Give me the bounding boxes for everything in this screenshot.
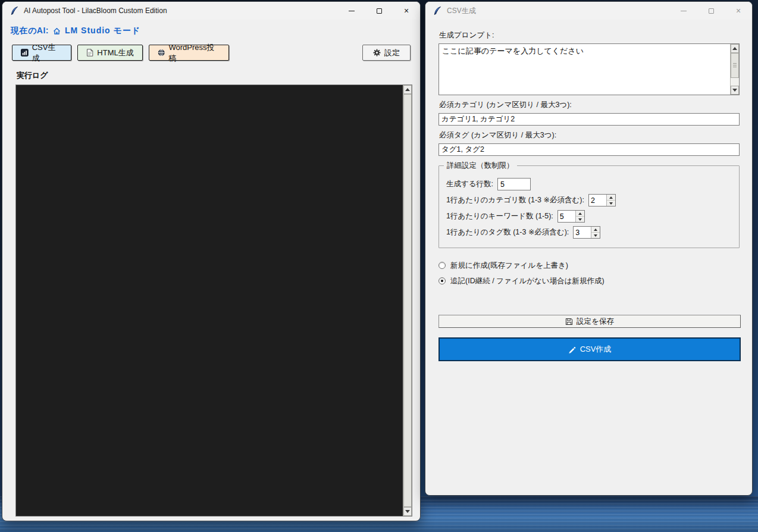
minimize-icon	[681, 11, 687, 11]
main-window: AI Autopost Tool - LilacBloom Custom Edi…	[2, 1, 421, 521]
scroll-down-icon	[405, 510, 410, 513]
csv-caption-buttons: ×	[670, 2, 752, 20]
log-scroll-track[interactable]	[403, 94, 412, 507]
csv-dialog-titlebar[interactable]: CSV生成 ×	[425, 2, 752, 20]
row-count-row: 生成する行数:	[446, 178, 732, 190]
prompt-scroll-up-button[interactable]	[731, 44, 739, 53]
keyword-count-spinner	[557, 210, 585, 223]
current-ai-mode: LM Studio モード	[65, 26, 140, 36]
spin-down-icon	[578, 218, 582, 221]
category-count-spinner	[588, 194, 616, 206]
log-scroll-up-button[interactable]	[403, 85, 412, 94]
tag-count-row: 1行あたりのタグ数 (1-3 ※必須含む):	[446, 226, 732, 239]
close-button[interactable]: ×	[725, 2, 752, 20]
gear-icon	[373, 49, 381, 57]
spin-up-icon	[594, 229, 597, 231]
settings-button[interactable]: 設定	[362, 45, 411, 61]
prompt-textarea[interactable]: ここに記事のテーマを入力してください	[439, 44, 730, 95]
radio-create-new[interactable]: 新規に作成(既存ファイルを上書き)	[438, 258, 740, 273]
execution-log-output[interactable]	[16, 85, 403, 516]
category-count-row: 1行あたりのカテゴリ数 (1-3 ※必須含む):	[446, 194, 732, 206]
globe-icon	[158, 49, 165, 57]
csv-create-label: CSV作成	[580, 344, 612, 355]
spin-down-button[interactable]	[576, 217, 584, 222]
prompt-scroll-thumb[interactable]	[731, 53, 739, 78]
minimize-icon	[349, 11, 355, 11]
spinner-buttons	[575, 211, 584, 222]
scroll-up-icon	[732, 47, 737, 50]
keyword-count-row: 1行あたりのキーワード数 (1-5):	[446, 210, 732, 223]
tag-count-input[interactable]	[574, 227, 591, 238]
radio-circle[interactable]	[438, 262, 446, 269]
csv-dialog-title: CSV生成	[447, 6, 476, 16]
write-mode-options: 新規に作成(既存ファイルを上書き) 追記(ID継続 / ファイルがない場合は新規…	[438, 258, 740, 289]
app-feather-icon	[10, 6, 19, 15]
main-caption-buttons: ×	[338, 2, 420, 20]
maximize-icon	[377, 8, 382, 14]
spin-down-icon	[594, 234, 597, 237]
csv-dialog-window: CSV生成 × 生成プロンプト: ここに記事のテーマを入力してください 必須カ	[425, 1, 753, 496]
log-scroll-down-button[interactable]	[403, 507, 412, 516]
tab-wordpress-post[interactable]: WordPress投稿	[149, 45, 229, 61]
document-icon	[86, 49, 93, 57]
log-scrollbar[interactable]	[403, 85, 412, 516]
scroll-down-icon	[732, 89, 737, 92]
main-window-title: AI Autopost Tool - LilacBloom Custom Edi…	[24, 7, 167, 15]
spin-up-button[interactable]	[591, 227, 600, 233]
keyword-count-label: 1行あたりのキーワード数 (1-5):	[446, 211, 553, 221]
category-count-label: 1行あたりのカテゴリ数 (1-3 ※必須含む):	[446, 195, 584, 205]
save-settings-button[interactable]: 設定を保存	[438, 315, 741, 328]
maximize-button[interactable]	[697, 2, 725, 20]
radio-append[interactable]: 追記(ID継続 / ファイルがない場合は新規作成)	[438, 273, 740, 289]
tab-wordpress-label: WordPress投稿	[168, 42, 220, 64]
floppy-chart-icon	[21, 49, 29, 57]
spinner-buttons	[606, 195, 615, 206]
tab-html-label: HTML生成	[97, 48, 133, 58]
log-section-title: 実行ログ	[17, 70, 420, 81]
spin-up-button[interactable]	[607, 195, 615, 201]
prompt-field-wrap: ここに記事のテーマを入力してください	[438, 43, 740, 95]
tag-count-spinner	[573, 226, 600, 239]
home-icon	[53, 27, 61, 35]
prompt-label: 生成プロンプト:	[439, 30, 740, 40]
minimize-button[interactable]	[670, 2, 697, 20]
desktop-wallpaper: AI Autopost Tool - LilacBloom Custom Edi…	[0, 0, 758, 532]
tab-html-generate[interactable]: HTML生成	[77, 45, 143, 61]
tab-csv-label: CSV生成	[32, 42, 62, 64]
minimize-button[interactable]	[338, 2, 365, 20]
csv-create-button[interactable]: CSV作成	[438, 337, 741, 361]
category-input[interactable]	[438, 113, 740, 126]
radio-circle[interactable]	[438, 277, 446, 284]
category-label: 必須カテゴリ (カンマ区切り / 最大3つ):	[439, 100, 740, 110]
row-count-input[interactable]	[497, 178, 531, 190]
scroll-up-icon	[405, 88, 410, 91]
radio-append-label: 追記(ID継続 / ファイルがない場合は新規作成)	[450, 276, 604, 286]
log-scroll-thumb[interactable]	[403, 94, 412, 507]
pencil-icon	[568, 346, 576, 353]
spin-up-button[interactable]	[576, 211, 584, 217]
main-titlebar[interactable]: AI Autopost Tool - LilacBloom Custom Edi…	[2, 2, 420, 20]
maximize-button[interactable]	[365, 2, 393, 20]
tab-csv-generate[interactable]: CSV生成	[12, 45, 71, 61]
settings-button-label: 設定	[384, 48, 400, 58]
maximize-icon	[709, 8, 714, 14]
tag-input[interactable]	[438, 143, 740, 156]
main-toolbar: CSV生成 HTML生成 WordPress投稿	[12, 45, 411, 61]
tag-count-label: 1行あたりのタグ数 (1-3 ※必須含む):	[446, 227, 569, 237]
keyword-count-input[interactable]	[558, 211, 575, 222]
detail-settings-title: 詳細設定（数制限）	[444, 161, 517, 171]
prompt-scrollbar[interactable]	[730, 44, 739, 95]
close-icon: ×	[736, 7, 741, 15]
close-button[interactable]: ×	[393, 2, 420, 20]
category-count-input[interactable]	[589, 195, 606, 206]
scroll-grip	[733, 63, 737, 68]
prompt-scroll-track[interactable]	[731, 53, 739, 86]
spinner-buttons	[591, 227, 600, 238]
floppy-save-icon	[565, 318, 573, 326]
spin-up-icon	[609, 196, 613, 199]
detail-settings-group: 詳細設定（数制限） 生成する行数: 1行あたりのカテゴリ数 (1-3 ※必須含む…	[438, 165, 740, 248]
spin-down-button[interactable]	[591, 233, 600, 238]
prompt-scroll-down-button[interactable]	[731, 86, 739, 95]
spin-down-button[interactable]	[607, 201, 615, 206]
current-ai-status: 現在のAI: LM Studio モード	[11, 26, 420, 36]
